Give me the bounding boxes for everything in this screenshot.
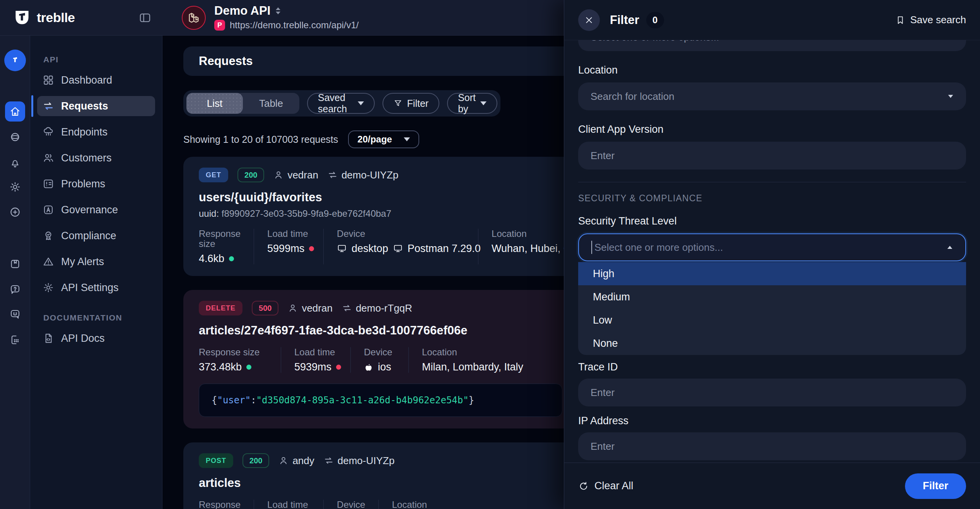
location-select[interactable]: Search for location — [578, 82, 966, 110]
status-dot-green — [229, 256, 234, 261]
problems-list-icon — [43, 178, 54, 190]
nav-section-api: API — [43, 55, 155, 64]
api-title[interactable]: Demo API — [214, 5, 270, 17]
sidebar-collapse-icon[interactable] — [138, 11, 152, 24]
sidebar-item-compliance[interactable]: Compliance — [37, 226, 155, 246]
sort-by-button[interactable]: Sort by — [447, 93, 497, 114]
security-threat-level-label: Security Threat Level — [578, 215, 966, 227]
sidebar-item-requests[interactable]: Requests — [37, 96, 155, 116]
request-card[interactable]: GET 200 vedran demo-UIYZp users/{uuid}/f… — [183, 157, 578, 276]
dropdown-option-high[interactable]: High — [578, 262, 966, 285]
api-info: Demo API P https://demo.treblle.com/api/… — [214, 5, 359, 31]
request-user: andy — [278, 455, 314, 467]
per-page-select[interactable]: 20/page — [348, 130, 419, 148]
nav-section-documentation: DOCUMENTATION — [43, 313, 155, 322]
status-dot-red — [309, 246, 314, 251]
request-api: demo-rTgqR — [342, 302, 412, 314]
status-dot-red — [336, 365, 341, 370]
view-toggle-list[interactable]: List — [186, 93, 243, 114]
laravel-avatar-icon — [182, 6, 206, 30]
integrations-device-icon[interactable] — [9, 334, 21, 346]
request-path: users/{uuid}/favorites — [199, 191, 562, 204]
sidebar-item-label: Dashboard — [61, 74, 112, 86]
sidebar-item-label: API Settings — [61, 282, 119, 294]
user-icon — [273, 170, 283, 180]
api-switcher-icon[interactable] — [276, 7, 280, 14]
help-icon[interactable] — [9, 284, 21, 295]
save-search-button[interactable]: Save search — [895, 14, 966, 26]
stat-response-size: Response size 0.74kb — [199, 500, 254, 509]
sidebar-item-governance[interactable]: Governance — [37, 200, 155, 220]
dropdown-option-low[interactable]: Low — [578, 308, 966, 332]
sidebar-item-endpoints[interactable]: Endpoints — [37, 122, 155, 142]
filter-panel-title: Filter — [610, 13, 639, 27]
home-icon[interactable] — [5, 101, 25, 122]
chevron-down-icon — [480, 101, 487, 105]
swap-arrows-icon — [324, 456, 334, 466]
status-badge: 200 — [237, 168, 264, 182]
requests-arrows-icon — [43, 100, 54, 112]
sidebar-item-dashboard[interactable]: Dashboard — [37, 70, 155, 90]
chevron-down-icon — [404, 137, 410, 141]
apply-filter-button[interactable]: Filter — [905, 473, 966, 499]
sidebar-item-my-alerts[interactable]: My Alerts — [37, 252, 155, 272]
icon-rail — [0, 36, 30, 509]
view-toggle: List Table — [186, 93, 299, 114]
request-card[interactable]: POST 200 andy demo-UIYZp articles Respon… — [183, 442, 578, 509]
notifications-bell-icon[interactable] — [9, 157, 21, 168]
api-header: Demo API P https://demo.treblle.com/api/… — [162, 0, 359, 35]
view-toggle-table[interactable]: Table — [243, 93, 299, 114]
request-card[interactable]: DELETE 500 vedran demo-rTgqR articles/27… — [183, 290, 578, 428]
dashboard-grid-icon — [43, 74, 54, 86]
api-base-url: https://demo.treblle.com/api/v1/ — [230, 20, 359, 31]
bookmarks-icon[interactable] — [9, 258, 21, 270]
saved-search-button[interactable]: Saved search — [307, 93, 375, 114]
sidebar-item-label: My Alerts — [61, 256, 104, 268]
settings-gear-icon[interactable] — [9, 181, 21, 193]
security-threat-level-select[interactable]: Select one or more options... — [578, 233, 966, 261]
dropdown-option-none[interactable]: None — [578, 332, 966, 355]
stat-load-time: Load time 5879ms — [254, 500, 323, 509]
request-param: uuid: f8990927-3e03-35b9-9fa9-ebe762f40b… — [199, 209, 562, 219]
ip-address-input[interactable] — [578, 432, 966, 460]
status-badge: 200 — [242, 453, 269, 468]
sidebar-nav: API Dashboard Requests Endpoints — [30, 36, 162, 509]
sidebar-item-customers[interactable]: Customers — [37, 148, 155, 168]
filter-button[interactable]: Filter — [382, 93, 440, 114]
env-badge: P — [214, 20, 225, 31]
bookmark-icon — [895, 15, 905, 25]
filter-panel-header: Filter 0 Save search — [564, 0, 980, 40]
method-badge: GET — [199, 168, 228, 182]
request-api: demo-UIYZp — [324, 455, 394, 467]
clear-all-button[interactable]: Clear All — [578, 480, 633, 492]
sidebar-item-label: API Docs — [61, 332, 105, 344]
feedback-smiley-icon[interactable] — [9, 308, 21, 320]
workspace-logo-icon[interactable] — [4, 50, 26, 71]
user-icon — [278, 456, 289, 466]
api-hub-icon[interactable] — [9, 131, 21, 143]
sidebar-item-problems[interactable]: Problems — [37, 174, 155, 194]
add-plus-icon[interactable] — [9, 206, 21, 218]
request-user: vedran — [288, 302, 333, 314]
stat-location: Location Irondequoit, New York, United S… — [378, 500, 575, 509]
swap-arrows-icon — [342, 303, 352, 313]
sidebar-item-api-settings[interactable]: API Settings — [37, 278, 155, 298]
brand: treblle — [0, 0, 162, 35]
close-icon[interactable] — [578, 9, 600, 31]
stat-load-time: Load time 5939ms — [281, 347, 350, 373]
sidebar-item-label: Compliance — [61, 230, 116, 242]
method-badge: DELETE — [199, 301, 242, 315]
stat-location: Location Milan, Lombardy, Italy — [408, 347, 536, 373]
dropdown-option-medium[interactable]: Medium — [578, 285, 966, 308]
app-root: treblle Demo API — [0, 0, 980, 509]
stat-response-size: Response size 4.6kb — [199, 229, 254, 264]
client-app-version-input[interactable] — [578, 142, 966, 170]
trace-id-input[interactable] — [578, 379, 966, 406]
treblle-logo-icon — [13, 9, 31, 27]
monitor-icon — [337, 243, 347, 254]
scrolled-select[interactable]: Select one or more options... — [578, 40, 966, 51]
toolbar: List Table Saved search Filter Sort by — [183, 90, 500, 117]
section-divider — [578, 182, 966, 182]
sidebar-item-api-docs[interactable]: API Docs — [37, 328, 155, 348]
sidebar-item-label: Customers — [61, 152, 112, 164]
